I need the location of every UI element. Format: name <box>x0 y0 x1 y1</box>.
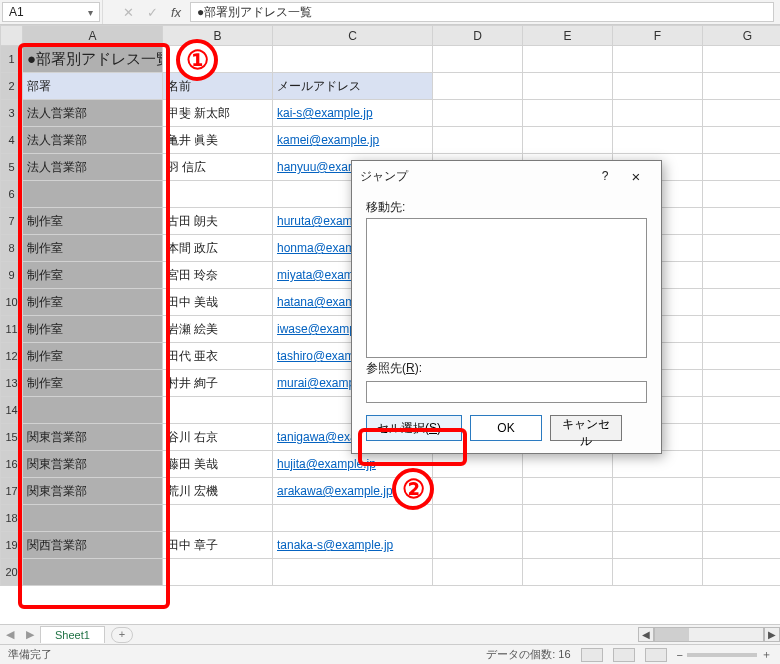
row-header[interactable]: 19 <box>1 532 23 559</box>
cell[interactable] <box>23 181 163 208</box>
cell[interactable]: hujita@example.jp <box>273 451 433 478</box>
name-box[interactable]: A1 ▾ <box>2 2 100 22</box>
cell[interactable] <box>433 127 523 154</box>
cell[interactable]: 法人営業部 <box>23 100 163 127</box>
cell[interactable]: 羽 信広 <box>163 154 273 181</box>
cell[interactable] <box>433 478 523 505</box>
cell[interactable]: 法人営業部 <box>23 154 163 181</box>
cell[interactable] <box>613 127 703 154</box>
row-header[interactable]: 15 <box>1 424 23 451</box>
cell[interactable] <box>703 127 781 154</box>
cell[interactable] <box>523 127 613 154</box>
cell[interactable]: 村井 絢子 <box>163 370 273 397</box>
row-header[interactable]: 3 <box>1 100 23 127</box>
cell[interactable]: kamei@example.jp <box>273 127 433 154</box>
cell[interactable]: 関西営業部 <box>23 532 163 559</box>
cell[interactable] <box>703 559 781 586</box>
cell[interactable] <box>163 46 273 73</box>
cell[interactable]: 制作室 <box>23 289 163 316</box>
cell[interactable]: 宮田 玲奈 <box>163 262 273 289</box>
cell[interactable]: 制作室 <box>23 208 163 235</box>
cell[interactable] <box>523 505 613 532</box>
cell[interactable] <box>613 559 703 586</box>
dialog-help-button[interactable]: ? <box>591 169 619 183</box>
cell[interactable]: 関東営業部 <box>23 424 163 451</box>
cancel-formula-icon[interactable]: ✕ <box>116 0 140 24</box>
cell[interactable] <box>523 100 613 127</box>
reference-input[interactable] <box>366 381 647 403</box>
row-header[interactable]: 20 <box>1 559 23 586</box>
cell[interactable] <box>23 397 163 424</box>
cell[interactable] <box>523 478 613 505</box>
cell[interactable] <box>433 46 523 73</box>
cell[interactable] <box>703 424 781 451</box>
cell[interactable] <box>273 505 433 532</box>
view-page-break-icon[interactable] <box>645 648 667 662</box>
cell[interactable] <box>23 505 163 532</box>
cell[interactable]: 谷川 右京 <box>163 424 273 451</box>
cell[interactable]: 亀井 眞美 <box>163 127 273 154</box>
row-header[interactable]: 14 <box>1 397 23 424</box>
cell[interactable] <box>523 46 613 73</box>
cancel-button[interactable]: キャンセル <box>550 415 622 441</box>
col-header-G[interactable]: G <box>703 26 781 46</box>
zoom-slider[interactable] <box>687 653 757 657</box>
cell[interactable]: 法人営業部 <box>23 127 163 154</box>
cell[interactable]: 田中 美哉 <box>163 289 273 316</box>
row-header[interactable]: 17 <box>1 478 23 505</box>
scroll-right-icon[interactable]: ▶ <box>764 627 780 642</box>
cell[interactable] <box>273 46 433 73</box>
cell[interactable] <box>703 370 781 397</box>
cell[interactable] <box>703 262 781 289</box>
cell[interactable] <box>163 559 273 586</box>
cell[interactable] <box>703 235 781 262</box>
scroll-track[interactable] <box>654 627 764 642</box>
cell[interactable] <box>23 559 163 586</box>
cell[interactable] <box>523 73 613 100</box>
cell[interactable]: 制作室 <box>23 262 163 289</box>
col-header-B[interactable]: B <box>163 26 273 46</box>
cell[interactable] <box>703 478 781 505</box>
cell[interactable] <box>613 46 703 73</box>
cell[interactable]: 岩瀬 絵美 <box>163 316 273 343</box>
view-normal-icon[interactable] <box>581 648 603 662</box>
cell[interactable]: 制作室 <box>23 235 163 262</box>
col-header-F[interactable]: F <box>613 26 703 46</box>
row-header[interactable]: 8 <box>1 235 23 262</box>
cell[interactable] <box>613 532 703 559</box>
name-box-dropdown-icon[interactable]: ▾ <box>88 7 93 18</box>
cell[interactable]: 関東営業部 <box>23 478 163 505</box>
cell[interactable]: kai-s@example.jp <box>273 100 433 127</box>
row-header[interactable]: 2 <box>1 73 23 100</box>
col-header-E[interactable]: E <box>523 26 613 46</box>
cell[interactable]: 藤田 美哉 <box>163 451 273 478</box>
cell[interactable] <box>613 505 703 532</box>
cell[interactable]: arakawa@example.jp <box>273 478 433 505</box>
cell[interactable] <box>703 451 781 478</box>
view-page-layout-icon[interactable] <box>613 648 635 662</box>
sheet-nav-prev-icon[interactable]: ◀ <box>0 628 20 641</box>
cell[interactable]: 制作室 <box>23 343 163 370</box>
cell[interactable]: 部署 <box>23 73 163 100</box>
cell[interactable]: 関東営業部 <box>23 451 163 478</box>
cell[interactable] <box>273 559 433 586</box>
cell[interactable]: メールアドレス <box>273 73 433 100</box>
scroll-thumb[interactable] <box>655 628 689 641</box>
cell[interactable] <box>613 73 703 100</box>
cell[interactable] <box>703 208 781 235</box>
horizontal-scrollbar[interactable]: ◀ ▶ <box>638 627 780 642</box>
cell[interactable]: 制作室 <box>23 316 163 343</box>
formula-bar[interactable]: ●部署別アドレス一覧 <box>190 2 774 22</box>
ok-button[interactable]: OK <box>470 415 542 441</box>
row-header[interactable]: 9 <box>1 262 23 289</box>
cell[interactable] <box>703 505 781 532</box>
email-link[interactable]: kamei@example.jp <box>277 133 379 147</box>
row-header[interactable]: 13 <box>1 370 23 397</box>
col-header-C[interactable]: C <box>273 26 433 46</box>
row-header[interactable]: 7 <box>1 208 23 235</box>
cell[interactable] <box>613 100 703 127</box>
cell[interactable] <box>703 289 781 316</box>
cell[interactable] <box>703 397 781 424</box>
cell[interactable]: 田中 章子 <box>163 532 273 559</box>
select-all-corner[interactable] <box>1 26 23 46</box>
